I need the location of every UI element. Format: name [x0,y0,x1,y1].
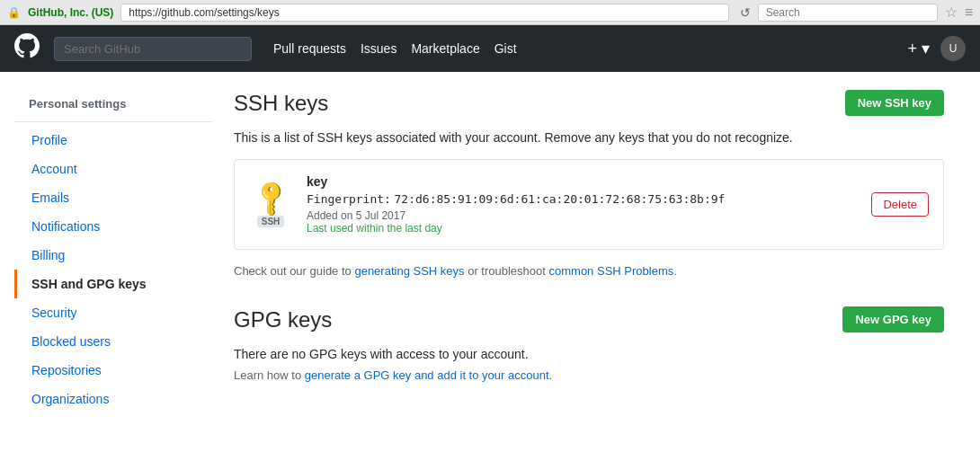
delete-key-button[interactable]: Delete [871,192,929,217]
key-icon: 🔑 [249,175,292,218]
guide-text: Check out our guide to generating SSH ke… [234,264,944,278]
learn-text-prefix: Learn how to [234,368,305,382]
browser-search-input[interactable] [758,4,938,22]
nav-issues[interactable]: Issues [361,41,396,56]
sidebar-item-notifications[interactable]: Notifications [14,212,212,241]
guide-text-prefix: Check out our guide to [234,264,354,278]
learn-text-end: . [549,368,553,382]
gpg-section-title: GPG keys [234,307,332,332]
nav-links: Pull requests Issues Marketplace Gist [273,41,517,56]
star-icon[interactable]: ☆ [945,4,958,21]
key-fingerprint: Fingerprint: 72:d6:85:91:09:6d:61:ca:20:… [307,192,857,206]
fingerprint-label: Fingerprint: [307,192,391,206]
ssh-description: This is a list of SSH keys associated wi… [234,130,944,145]
no-gpg-keys-text: There are no GPG keys with access to you… [234,347,944,361]
refresh-icon[interactable]: ↺ [740,5,751,20]
sidebar: Personal settings Profile Account Emails… [14,90,212,413]
nav-gist[interactable]: Gist [494,41,517,56]
ssh-keys-section: SSH keys New SSH key This is a list of S… [234,90,944,278]
key-icon-area: 🔑 SSH [249,182,292,227]
sidebar-item-blocked-users[interactable]: Blocked users [14,327,212,356]
github-search-input[interactable] [54,37,252,61]
key-name: key [307,174,857,189]
nav-pull-requests[interactable]: Pull requests [273,41,346,56]
new-menu-button[interactable]: + ▾ [907,39,930,58]
ssh-section-title: SSH keys [234,91,328,116]
guide-text-mid: or troubleshoot [465,264,549,278]
sidebar-item-organizations[interactable]: Organizations [14,385,212,413]
browser-chrome: 🔒 GitHub, Inc. (US) https://github.com/s… [0,0,980,25]
nav-marketplace[interactable]: Marketplace [411,41,479,56]
guide-text-end: . [673,264,677,278]
generate-gpg-key-link[interactable]: generate a GPG key and add it to your ac… [305,368,549,382]
ssh-key-card-inner: 🔑 SSH key Fingerprint: 72:d6:85:91:09:6d… [235,160,943,249]
github-nav: Pull requests Issues Marketplace Gist + … [0,25,980,72]
user-avatar[interactable]: U [940,36,966,61]
gpg-section-header: GPG keys New GPG key [234,306,944,332]
sidebar-item-profile[interactable]: Profile [14,126,212,155]
ssh-key-card: 🔑 SSH key Fingerprint: 72:d6:85:91:09:6d… [234,159,944,250]
new-ssh-key-button[interactable]: New SSH key [845,90,944,116]
key-details: key Fingerprint: 72:d6:85:91:09:6d:61:ca… [307,174,857,235]
key-added-date: Added on 5 Jul 2017 [307,209,857,222]
page-layout: Personal settings Profile Account Emails… [0,72,980,431]
github-logo[interactable] [14,33,40,65]
new-gpg-key-button[interactable]: New GPG key [842,306,944,332]
sidebar-item-security[interactable]: Security [14,298,212,327]
sidebar-item-emails[interactable]: Emails [14,183,212,212]
sidebar-item-ssh-gpg[interactable]: SSH and GPG keys [14,270,212,298]
learn-gpg-text: Learn how to generate a GPG key and add … [234,368,944,382]
key-last-used: Last used within the last day [307,222,857,235]
fingerprint-value: 72:d6:85:91:09:6d:61:ca:20:01:72:68:75:6… [395,192,726,206]
browser-favicon: 🔒 [7,6,21,19]
sidebar-item-account[interactable]: Account [14,155,212,183]
sidebar-item-billing[interactable]: Billing [14,241,212,270]
generating-ssh-keys-link[interactable]: generating SSH keys [354,264,464,278]
common-ssh-problems-link[interactable]: common SSH Problems [549,264,674,278]
ssh-section-header: SSH keys New SSH key [234,90,944,116]
url-text: https://github.com/settings/keys [129,6,279,19]
menu-icon[interactable]: ≡ [965,4,973,21]
sidebar-title: Personal settings [14,90,212,118]
main-content: SSH keys New SSH key This is a list of S… [212,90,966,413]
sidebar-item-repositories[interactable]: Repositories [14,356,212,385]
gpg-keys-section: GPG keys New GPG key There are no GPG ke… [234,306,944,382]
url-bar: https://github.com/settings/keys [120,4,728,22]
nav-right: + ▾ U [907,36,966,61]
browser-site-name: GitHub, Inc. (US) [28,6,113,19]
